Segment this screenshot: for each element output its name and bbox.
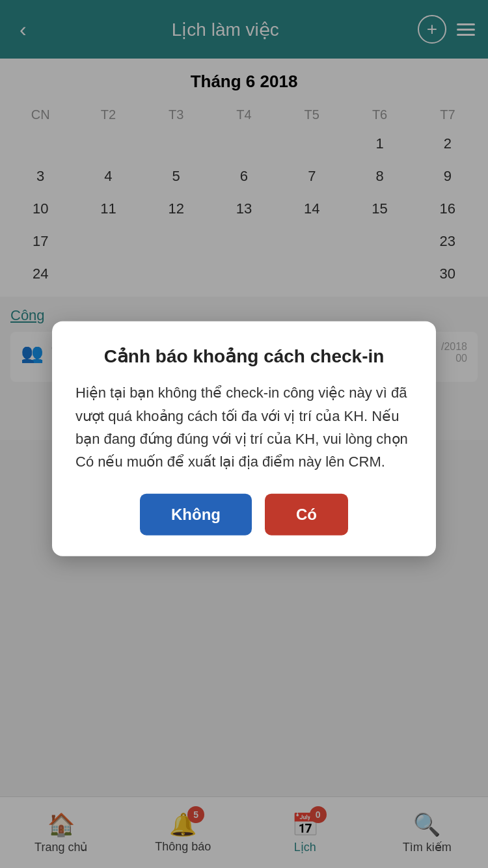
modal-buttons: Không Có: [75, 494, 413, 536]
yes-button[interactable]: Có: [265, 494, 348, 536]
no-button[interactable]: Không: [140, 494, 252, 536]
modal-body: Hiện tại bạn không thể check-in công việ…: [75, 381, 413, 473]
warning-modal: Cảnh báo khoảng cách check-in Hiện tại b…: [52, 321, 436, 556]
modal-title: Cảnh báo khoảng cách check-in: [75, 345, 413, 368]
